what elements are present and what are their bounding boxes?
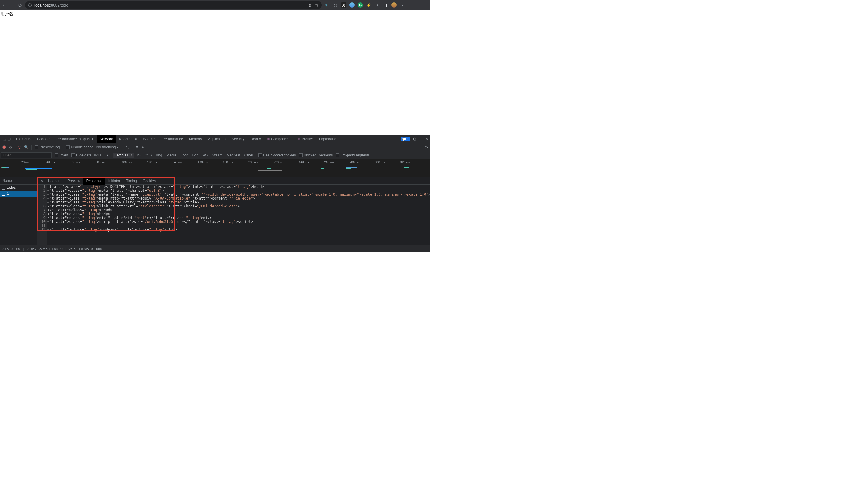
disable-cache-checkbox[interactable]: Disable cache: [66, 145, 93, 149]
clear-button[interactable]: ⊘: [9, 145, 12, 149]
grammarly-icon[interactable]: G: [358, 2, 363, 8]
filter-chip-all[interactable]: All: [105, 152, 112, 158]
device-toggle-icon[interactable]: ▢: [8, 137, 11, 141]
close-detail-icon[interactable]: ✕: [38, 179, 45, 183]
reload-button[interactable]: ⟳: [17, 2, 23, 8]
devtools-panel: ⬚ ▢ ElementsConsolePerformance insights …: [0, 135, 430, 252]
tab-console[interactable]: Console: [34, 135, 53, 143]
bookmark-icon[interactable]: ☆: [315, 3, 319, 8]
timeline-tick: 320 ms: [400, 161, 410, 164]
share-icon[interactable]: ⇪: [308, 3, 312, 8]
tab-redux[interactable]: Redux: [247, 135, 264, 143]
filter-chip-js[interactable]: JS: [135, 152, 142, 158]
filter-chip-manifest[interactable]: Manifest: [225, 152, 242, 158]
response-code-area[interactable]: 123456789101112 "t-attr">class="t-doctyp…: [37, 185, 430, 245]
tab-profiler[interactable]: ⚛ Profiler: [295, 135, 316, 143]
timeline-tick: 200 ms: [248, 161, 258, 164]
detail-tab-response[interactable]: Response: [83, 177, 106, 185]
network-timeline[interactable]: 20 ms40 ms60 ms80 ms100 ms120 ms140 ms16…: [0, 160, 430, 177]
tab-components[interactable]: ⚛ Components: [264, 135, 295, 143]
record-button[interactable]: [2, 145, 6, 149]
request-name: todos: [7, 186, 16, 190]
side-panel-icon[interactable]: ◨: [383, 2, 388, 8]
tab-network[interactable]: Network: [97, 135, 116, 143]
request-row[interactable]: 1: [0, 191, 37, 196]
menu-icon[interactable]: ⋮: [400, 2, 405, 8]
forward-button[interactable]: →: [10, 2, 15, 8]
messages-badge[interactable]: 💬1: [400, 137, 410, 141]
tab-performance[interactable]: Performance: [159, 135, 186, 143]
throttling-select[interactable]: No throttling▾: [96, 145, 119, 149]
username-label: 用户名:: [1, 11, 14, 16]
export-har-icon[interactable]: ⬇: [141, 145, 145, 149]
hide-data-urls-checkbox[interactable]: Hide data URLs: [71, 153, 101, 157]
network-settings-icon[interactable]: ⚙: [424, 145, 428, 150]
search-icon[interactable]: 🔍: [24, 145, 28, 149]
network-conditions-icon[interactable]: ᯤ͎: [125, 145, 129, 150]
devtools-close-icon[interactable]: ✕: [425, 137, 428, 141]
network-body: Name todos1 ✕ HeadersPreviewResponseInit…: [0, 177, 430, 245]
address-bar[interactable]: ⓘ localhost:8082/todo ⇪ ☆: [25, 1, 322, 9]
detail-tabs: ✕ HeadersPreviewResponseInitiatorTimingC…: [37, 177, 430, 185]
back-button[interactable]: ←: [2, 2, 7, 8]
detail-tab-cookies[interactable]: Cookies: [140, 177, 159, 185]
filter-chip-font[interactable]: Font: [179, 152, 189, 158]
profile-avatar-icon[interactable]: [391, 2, 397, 8]
extension-circles-icon[interactable]: ◎: [332, 2, 338, 8]
extension-bolt-icon[interactable]: ⚡: [366, 2, 371, 8]
import-har-icon[interactable]: ⬆: [135, 145, 138, 149]
third-party-checkbox[interactable]: 3rd-party requests: [336, 153, 370, 157]
extension-x-icon[interactable]: X: [341, 2, 346, 8]
detail-tab-preview[interactable]: Preview: [65, 177, 83, 185]
extension-globe-icon[interactable]: [349, 2, 355, 8]
url-text: localhost:8082/todo: [35, 3, 68, 8]
devtools-more-icon[interactable]: ⋮: [419, 137, 423, 141]
request-list-header[interactable]: Name: [0, 177, 37, 185]
request-row[interactable]: todos: [0, 185, 37, 191]
tab-recorder[interactable]: Recorder ⬍: [116, 135, 140, 143]
inspect-icon[interactable]: ⬚: [2, 137, 6, 141]
timeline-tick: 180 ms: [223, 161, 233, 164]
detail-tab-timing[interactable]: Timing: [123, 177, 140, 185]
tab-security[interactable]: Security: [229, 135, 247, 143]
timeline-tick: 300 ms: [375, 161, 385, 164]
tab-lighthouse[interactable]: Lighthouse: [316, 135, 340, 143]
tab-sources[interactable]: Sources: [140, 135, 159, 143]
filter-chip-ws[interactable]: WS: [201, 152, 210, 158]
tab-application[interactable]: Application: [205, 135, 229, 143]
detail-tab-headers[interactable]: Headers: [45, 177, 65, 185]
timeline-tick: 140 ms: [172, 161, 182, 164]
status-text: 2 / 8 requests | 1.4 kB / 1.8 MB transfe…: [2, 247, 104, 250]
extension-icons: ⚛ ◎ X G ⚡ ✦ ◨ ⋮: [324, 2, 405, 8]
network-toolbar: ⊘ ▽ 🔍 Preserve log Disable cache No thro…: [0, 143, 430, 151]
page-viewport: 用户名:: [0, 10, 430, 135]
filter-toggle-icon[interactable]: ▽: [18, 145, 21, 149]
blocked-requests-checkbox[interactable]: Blocked Requests: [299, 153, 333, 157]
react-devtools-icon[interactable]: ⚛: [324, 2, 330, 8]
has-blocked-cookies-checkbox[interactable]: Has blocked cookies: [258, 153, 296, 157]
network-filter-bar: Invert Hide data URLs AllFetch/XHRJSCSSI…: [0, 151, 430, 160]
request-name: 1: [7, 191, 9, 196]
filter-chip-wasm[interactable]: Wasm: [210, 152, 224, 158]
tab-elements[interactable]: Elements: [13, 135, 34, 143]
file-icon: [2, 186, 5, 190]
filter-chip-other[interactable]: Other: [243, 152, 255, 158]
filter-chip-img[interactable]: Img: [154, 152, 164, 158]
extensions-menu-icon[interactable]: ✦: [374, 2, 380, 8]
tab-performance-insights[interactable]: Performance insights ⬍: [53, 135, 97, 143]
site-info-icon[interactable]: ⓘ: [28, 2, 32, 8]
filter-input[interactable]: [1, 152, 52, 158]
timeline-tick: 220 ms: [274, 161, 283, 164]
detail-tab-initiator[interactable]: Initiator: [106, 177, 123, 185]
filter-chip-css[interactable]: CSS: [143, 152, 154, 158]
invert-checkbox[interactable]: Invert: [55, 153, 68, 157]
filter-chip-media[interactable]: Media: [164, 152, 178, 158]
timeline-tick: 40 ms: [46, 161, 55, 164]
devtools-settings-icon[interactable]: ⚙: [413, 137, 417, 141]
timeline-tick: 80 ms: [97, 161, 105, 164]
preserve-log-checkbox[interactable]: Preserve log: [35, 145, 59, 149]
filter-chip-fetch-xhr[interactable]: Fetch/XHR: [113, 152, 134, 158]
tab-memory[interactable]: Memory: [186, 135, 205, 143]
filter-chip-doc[interactable]: Doc: [190, 152, 200, 158]
timeline-tick: 160 ms: [198, 161, 208, 164]
